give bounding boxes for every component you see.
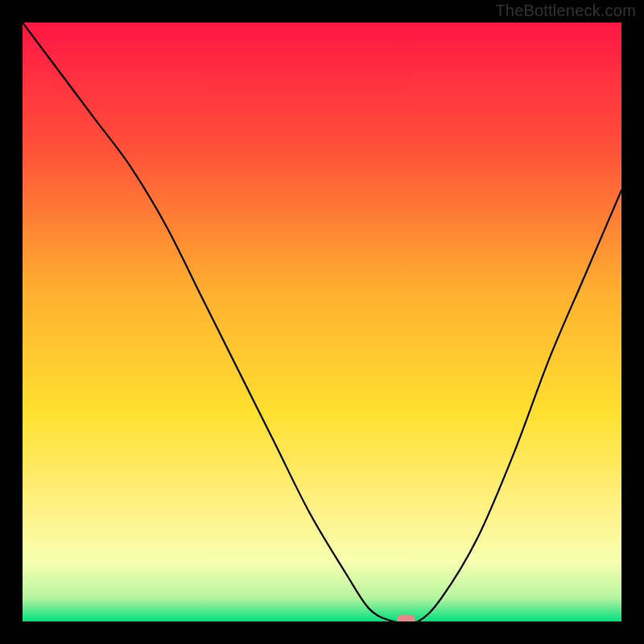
chart-container: TheBottleneck.com	[0, 0, 644, 644]
bottleneck-chart-svg	[23, 23, 621, 621]
gradient-background	[23, 23, 621, 621]
optimal-marker	[397, 614, 415, 621]
watermark-text: TheBottleneck.com	[495, 2, 636, 20]
plot-area	[23, 23, 621, 621]
